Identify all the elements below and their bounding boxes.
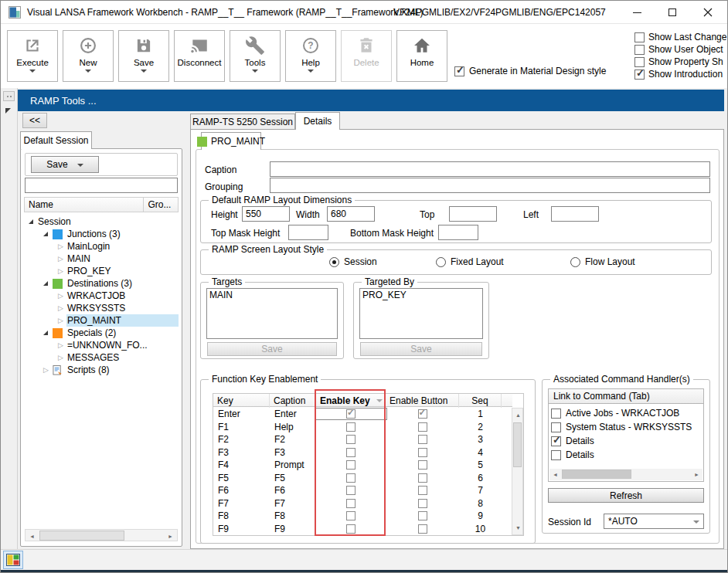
fkey-row-f9[interactable]: F9F910 — [213, 523, 512, 536]
targeted-by-save-button[interactable]: Save — [360, 342, 482, 356]
scroll-up-icon[interactable]: ▲ — [515, 412, 521, 418]
collapsed-triangle-icon[interactable]: ▷ — [58, 341, 63, 349]
command-handler-item-2[interactable]: System Status - WRKSYSSTS — [549, 420, 703, 434]
fkey-row-f8[interactable]: F8F89 — [213, 510, 512, 523]
tree-item-scripts-8-[interactable]: ▷Scripts (8) — [24, 364, 179, 376]
scroll-left-icon[interactable]: ◄ — [553, 472, 558, 477]
enable-key-checkbox[interactable] — [346, 473, 355, 483]
fkey-enable-button-cell[interactable]: ✓ — [386, 409, 459, 419]
command-handler-item-4[interactable]: Details — [549, 448, 703, 462]
fkey-row-f3[interactable]: F3F34 — [213, 446, 512, 459]
tab-ramp-ts-5250-session[interactable]: RAMP-TS 5250 Session — [190, 114, 295, 130]
fkey-enable-key-cell[interactable] — [316, 435, 386, 444]
fkey-enable-button-cell[interactable] — [386, 448, 459, 457]
tools-button[interactable]: Tools — [230, 30, 281, 82]
show-option-2[interactable]: Show User Object — [634, 44, 728, 55]
fkey-enable-button-cell[interactable] — [386, 486, 459, 495]
left-input[interactable] — [551, 206, 599, 222]
collapsed-triangle-icon[interactable]: ▷ — [58, 317, 63, 324]
bottom-mask-height-input[interactable] — [438, 225, 478, 240]
fkey-column-caption[interactable]: Caption — [270, 394, 316, 408]
enable-key-checkbox[interactable] — [346, 435, 355, 444]
fkey-row-f5[interactable]: F5F56 — [213, 472, 512, 485]
fkey-vscrollbar[interactable]: ▲ ▼ — [512, 408, 523, 535]
fkey-enable-button-cell[interactable] — [386, 435, 459, 444]
collapsed-triangle-icon[interactable]: ▷ — [58, 354, 63, 361]
home-button[interactable]: Home — [396, 30, 447, 82]
minimize-button[interactable] — [619, 1, 655, 24]
tab-default-session[interactable]: Default Session — [20, 131, 92, 149]
material-design-checkbox[interactable]: ✓ — [454, 66, 464, 76]
fkey-row-f6[interactable]: F6F67 — [213, 484, 512, 497]
enable-key-checkbox[interactable] — [346, 524, 355, 534]
fkey-enable-key-cell[interactable] — [316, 486, 386, 495]
dropdown-caret-icon[interactable] — [308, 70, 314, 73]
show-option-checkbox[interactable]: ✓ — [634, 70, 645, 80]
fkey-enable-button-cell[interactable] — [386, 460, 459, 470]
tree-item-mainlogin[interactable]: ▷MainLogin — [24, 240, 179, 253]
session-filter-input[interactable] — [25, 178, 178, 193]
material-design-checkbox-row[interactable]: ✓ Generate in Material Design style — [454, 66, 606, 76]
scroll-left-icon[interactable]: ◄ — [29, 534, 35, 539]
session-id-combo[interactable]: *AUTO — [604, 514, 704, 529]
enable-key-checkbox[interactable] — [346, 460, 355, 470]
enable-button-checkbox[interactable] — [418, 524, 427, 534]
fkey-row-f4[interactable]: F4Prompt5 — [213, 459, 512, 472]
expanded-triangle-icon[interactable] — [29, 219, 33, 224]
fkey-enable-key-cell[interactable] — [316, 448, 386, 457]
collapsed-triangle-icon[interactable]: ▷ — [58, 255, 63, 263]
tree-item-destinations-3-[interactable]: Destinations (3) — [24, 277, 179, 290]
enable-key-checkbox[interactable]: ✓ — [346, 409, 355, 419]
fkey-enable-key-cell[interactable] — [316, 511, 386, 520]
fkey-column-key[interactable]: Key — [213, 394, 270, 408]
command-handler-item-1[interactable]: Active Jobs - WRKACTJOB — [549, 406, 703, 420]
fkey-enable-button-cell[interactable] — [386, 499, 459, 508]
tab-details[interactable]: Details — [295, 112, 340, 130]
scroll-thumb[interactable] — [39, 531, 124, 541]
enable-button-checkbox[interactable] — [418, 499, 427, 508]
fkey-enable-key-cell[interactable]: ✓ — [316, 409, 386, 419]
expanded-triangle-icon[interactable] — [43, 331, 48, 335]
fkey-enable-key-cell[interactable] — [316, 524, 386, 534]
refresh-button[interactable]: Refresh — [548, 488, 704, 503]
fkey-row-f2[interactable]: F2F23 — [213, 433, 512, 446]
command-handler-checkbox[interactable] — [551, 422, 561, 432]
fkey-enable-key-cell[interactable] — [316, 473, 386, 483]
enable-key-checkbox[interactable] — [346, 486, 355, 495]
dropdown-caret-icon[interactable] — [85, 70, 91, 73]
command-handler-checkbox[interactable]: ✓ — [551, 436, 561, 446]
save-dropdown-caret-icon[interactable] — [77, 164, 83, 167]
targeted-by-list-item[interactable]: PRO_KEY — [362, 290, 480, 300]
enable-button-checkbox[interactable] — [418, 422, 427, 432]
enable-button-checkbox[interactable] — [418, 511, 427, 520]
collapse-panel-button[interactable]: << — [22, 113, 47, 128]
collapse-triangle-icon[interactable] — [5, 108, 11, 114]
targets-save-button[interactable]: Save — [207, 342, 337, 356]
top-mask-height-input[interactable] — [288, 225, 328, 240]
tree-item-specials-2-[interactable]: Specials (2) — [24, 327, 179, 339]
enable-button-checkbox[interactable] — [418, 486, 427, 495]
fkey-row-f1[interactable]: F1Help2 — [213, 421, 512, 434]
tree-item-session[interactable]: Session — [24, 215, 179, 228]
session-save-split-button[interactable]: Save — [31, 156, 99, 173]
show-option-checkbox[interactable] — [634, 45, 645, 55]
dropdown-caret-icon[interactable] — [141, 70, 147, 73]
combo-dropdown-icon[interactable] — [693, 520, 699, 524]
tree-hscrollbar[interactable]: ◄ ► — [25, 529, 178, 541]
fkey-enable-button-cell[interactable] — [386, 422, 459, 432]
tree-item-wrkactjob[interactable]: ▷WRKACTJOB — [24, 290, 179, 302]
enable-key-checkbox[interactable] — [346, 499, 355, 508]
tab-pro-maint[interactable]: PRO_MAINT — [201, 132, 261, 150]
targets-list-item[interactable]: MAIN — [209, 290, 335, 300]
maximize-button[interactable] — [655, 1, 690, 24]
scroll-thumb[interactable] — [513, 422, 522, 467]
radio-icon[interactable] — [329, 257, 339, 267]
enable-button-checkbox[interactable]: ✓ — [418, 409, 427, 419]
tree-item-junctions-3-[interactable]: Junctions (3) — [24, 228, 179, 240]
new-button[interactable]: New — [63, 30, 114, 82]
close-button[interactable] — [690, 1, 726, 24]
height-input[interactable] — [242, 206, 290, 222]
expanded-triangle-icon[interactable] — [43, 281, 48, 286]
targeted-by-list[interactable]: PRO_KEY — [359, 288, 483, 339]
command-handler-checkbox[interactable] — [551, 450, 561, 460]
